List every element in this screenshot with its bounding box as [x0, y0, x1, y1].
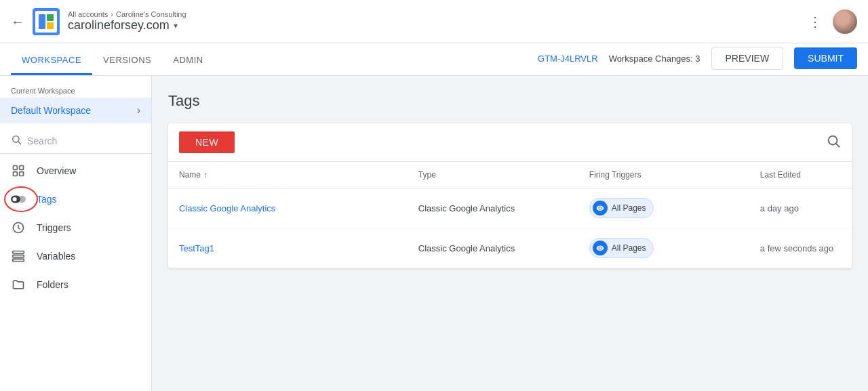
svg-rect-1 — [35, 11, 57, 33]
gtm-logo — [33, 8, 60, 35]
table-header: Name ↑ Type Firing Triggers Last Edited — [168, 162, 852, 188]
svg-point-5 — [13, 136, 19, 142]
site-url[interactable]: carolineforsey.com — [68, 18, 170, 33]
tag-triggers-cell: All Pages — [578, 188, 749, 228]
tab-workspace[interactable]: WORKSPACE — [11, 47, 92, 75]
tags-card: NEW Name ↑ Type F — [168, 123, 852, 268]
breadcrumb: All accounts › Caroline's Consulting — [68, 10, 186, 18]
breadcrumb-separator: › — [111, 10, 113, 18]
sidebar-item-tags[interactable]: Tags — [0, 185, 151, 213]
folders-icon — [11, 277, 26, 292]
tag-name-link[interactable]: Classic Google Analytics — [179, 203, 275, 213]
back-button[interactable]: ← — [11, 15, 24, 28]
search-input[interactable] — [27, 136, 140, 146]
sidebar-item-tags-label: Tags — [37, 194, 57, 205]
avatar[interactable] — [833, 9, 857, 34]
current-workspace-label: Current Workspace — [0, 76, 151, 98]
svg-rect-17 — [13, 259, 24, 261]
search-icon — [11, 134, 22, 148]
svg-point-12 — [12, 197, 16, 201]
sidebar: Current Workspace Default Workspace › Ov… — [0, 76, 152, 391]
main-layout: Current Workspace Default Workspace › Ov… — [0, 76, 868, 391]
tag-type: Classic Google Analytics — [418, 203, 515, 213]
sidebar-item-variables-label: Variables — [37, 251, 75, 262]
tab-versions[interactable]: VERSIONS — [92, 47, 162, 75]
table-search-icon[interactable] — [826, 133, 841, 152]
sidebar-item-triggers-label: Triggers — [37, 222, 71, 233]
trigger-label: All Pages — [612, 203, 646, 213]
svg-rect-3 — [47, 14, 54, 21]
account-name: Caroline's Consulting — [116, 10, 186, 18]
svg-point-18 — [829, 136, 837, 144]
column-header-type: Type — [408, 162, 578, 188]
svg-rect-2 — [39, 14, 45, 29]
svg-rect-13 — [18, 196, 26, 203]
page-title: Tags — [168, 92, 852, 110]
workspace-changes: Workspace Changes: 3 — [609, 54, 701, 64]
trigger-eye-icon — [593, 201, 608, 215]
sidebar-item-folders[interactable]: Folders — [0, 270, 151, 299]
tags-table: Name ↑ Type Firing Triggers Last Edited … — [168, 162, 852, 268]
sidebar-item-overview[interactable]: Overview — [0, 157, 151, 185]
tag-type-cell: Classic Google Analytics — [408, 228, 578, 268]
svg-rect-8 — [20, 166, 24, 170]
nav-right: GTM-J4LRVLR Workspace Changes: 3 PREVIEW… — [538, 47, 857, 75]
svg-rect-9 — [14, 172, 18, 176]
svg-line-19 — [836, 144, 840, 147]
site-dropdown-arrow[interactable]: ▾ — [174, 21, 178, 30]
site-name: carolineforsey.com ▾ — [68, 18, 186, 33]
all-accounts-link[interactable]: All accounts — [68, 10, 108, 18]
tags-icon — [11, 192, 26, 207]
more-options-button[interactable]: ⋮ — [806, 11, 825, 33]
tag-type-cell: Classic Google Analytics — [408, 188, 578, 228]
chevron-right-icon: › — [137, 104, 140, 117]
triggers-icon — [11, 220, 26, 235]
column-header-firing-triggers: Firing Triggers — [578, 162, 749, 188]
svg-rect-16 — [13, 255, 24, 257]
tag-name-cell: TestTag1 — [168, 228, 408, 268]
tag-triggers-cell: All Pages — [578, 228, 749, 268]
svg-rect-15 — [13, 251, 24, 253]
svg-rect-4 — [47, 22, 54, 29]
sort-arrow-icon[interactable]: ↑ — [203, 170, 208, 180]
tag-last-edited-cell: a few seconds ago — [749, 228, 852, 268]
workspace-name: Default Workspace — [11, 105, 91, 116]
tag-last-edited-cell: a day ago — [749, 188, 852, 228]
column-header-name: Name ↑ — [168, 162, 408, 188]
account-info: All accounts › Caroline's Consulting car… — [68, 10, 186, 33]
trigger-eye-icon — [593, 241, 608, 255]
last-edited: a few seconds ago — [760, 243, 833, 253]
table-row: TestTag1 Classic Google Analytics All Pa… — [168, 228, 852, 268]
tag-name-link[interactable]: TestTag1 — [179, 243, 214, 253]
tag-type: Classic Google Analytics — [418, 243, 515, 253]
top-bar: ← All accounts › Caroline's Consulting c… — [0, 0, 868, 43]
overview-icon — [11, 163, 26, 178]
column-header-last-edited: Last Edited — [749, 162, 852, 188]
svg-rect-7 — [14, 166, 18, 170]
avatar-image — [833, 9, 857, 34]
submit-button[interactable]: SUBMIT — [794, 47, 857, 69]
trigger-badge[interactable]: All Pages — [589, 198, 654, 218]
tag-name-cell: Classic Google Analytics — [168, 188, 408, 228]
svg-line-6 — [18, 142, 21, 144]
sidebar-item-variables[interactable]: Variables — [0, 242, 151, 270]
variables-icon — [11, 249, 26, 264]
table-row: Classic Google Analytics Classic Google … — [168, 188, 852, 228]
sidebar-item-triggers[interactable]: Triggers — [0, 213, 151, 242]
top-bar-left: ← All accounts › Caroline's Consulting c… — [11, 8, 806, 35]
tab-admin[interactable]: ADMIN — [162, 47, 214, 75]
trigger-badge[interactable]: All Pages — [589, 238, 654, 258]
last-edited: a day ago — [760, 203, 799, 213]
new-tag-button[interactable]: NEW — [179, 131, 235, 153]
container-id[interactable]: GTM-J4LRVLR — [538, 54, 598, 64]
sidebar-item-folders-label: Folders — [37, 279, 68, 290]
workspace-item[interactable]: Default Workspace › — [0, 98, 151, 123]
preview-button[interactable]: PREVIEW — [711, 47, 784, 70]
nav-tabs: WORKSPACE VERSIONS ADMIN GTM-J4LRVLR Wor… — [0, 43, 868, 76]
sidebar-item-overview-label: Overview — [37, 165, 76, 176]
svg-rect-10 — [20, 172, 24, 176]
table-body: Classic Google Analytics Classic Google … — [168, 188, 852, 268]
search-box — [0, 129, 151, 154]
content-area: Tags NEW Name ↑ — [152, 76, 868, 391]
trigger-label: All Pages — [612, 243, 646, 253]
